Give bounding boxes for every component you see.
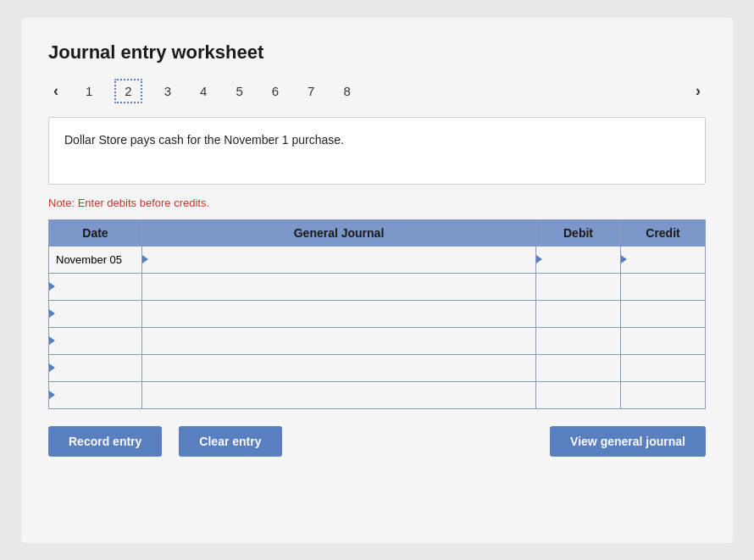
date-value-1: November 05 bbox=[49, 250, 129, 269]
clear-entry-button[interactable]: Clear entry bbox=[179, 426, 281, 457]
credit-input-6[interactable] bbox=[621, 382, 705, 408]
gj-cell-4 bbox=[142, 327, 536, 354]
debit-cell-5 bbox=[536, 354, 621, 381]
tab-4[interactable]: 4 bbox=[193, 80, 213, 102]
credit-input-4[interactable] bbox=[621, 328, 705, 354]
table-row bbox=[49, 354, 706, 381]
table-row bbox=[49, 327, 706, 354]
page-title: Journal entry worksheet bbox=[48, 42, 706, 64]
gj-cell-2 bbox=[142, 273, 536, 300]
gj-cell-6 bbox=[142, 381, 536, 408]
debit-cell-4 bbox=[536, 327, 621, 354]
debit-cell-3 bbox=[536, 300, 621, 327]
header-general-journal: General Journal bbox=[142, 219, 536, 246]
tab-3[interactable]: 3 bbox=[158, 80, 178, 102]
tab-7[interactable]: 7 bbox=[301, 80, 321, 102]
header-credit: Credit bbox=[621, 219, 706, 246]
description-text: Dollar Store pays cash for the November … bbox=[64, 133, 344, 147]
gj-cell-5 bbox=[142, 354, 536, 381]
debit-input-3[interactable] bbox=[536, 301, 620, 327]
tab-1[interactable]: 1 bbox=[79, 80, 99, 102]
journal-table: Date General Journal Debit Credit Novemb… bbox=[48, 219, 706, 409]
tab-2[interactable]: 2 bbox=[114, 79, 141, 103]
gj-cell-1 bbox=[142, 246, 536, 273]
next-tab-button[interactable]: › bbox=[690, 80, 706, 102]
debit-cell-2 bbox=[536, 273, 621, 300]
date-input-5[interactable] bbox=[57, 355, 141, 381]
triangle-icon-gj-1 bbox=[142, 255, 148, 263]
date-cell-5 bbox=[49, 354, 142, 381]
tab-8[interactable]: 8 bbox=[336, 80, 357, 102]
table-row bbox=[49, 381, 706, 408]
credit-input-5[interactable] bbox=[621, 355, 705, 381]
prev-tab-button[interactable]: ‹ bbox=[48, 80, 64, 102]
debit-input-5[interactable] bbox=[536, 355, 620, 381]
date-cell-6 bbox=[49, 381, 142, 408]
gj-input-3[interactable] bbox=[142, 301, 535, 327]
table-row: November 05 bbox=[49, 246, 706, 273]
table-header-row: Date General Journal Debit Credit bbox=[49, 219, 706, 246]
tab-5[interactable]: 5 bbox=[229, 80, 249, 102]
header-debit: Debit bbox=[536, 219, 621, 246]
credit-cell-6 bbox=[621, 381, 706, 408]
date-cell-2 bbox=[49, 273, 142, 300]
gj-cell-3 bbox=[142, 300, 536, 327]
date-input-2[interactable] bbox=[57, 274, 141, 300]
date-cell-4 bbox=[49, 327, 142, 354]
view-general-journal-button[interactable]: View general journal bbox=[550, 426, 706, 457]
debit-input-6[interactable] bbox=[536, 382, 620, 408]
record-entry-button[interactable]: Record entry bbox=[48, 426, 162, 457]
triangle-icon-date-4 bbox=[49, 336, 55, 345]
gj-input-5[interactable] bbox=[142, 355, 535, 381]
gj-input-6[interactable] bbox=[142, 382, 535, 408]
date-input-6[interactable] bbox=[57, 382, 141, 408]
triangle-icon-credit-1 bbox=[621, 255, 627, 263]
credit-cell-4 bbox=[621, 327, 706, 354]
debit-input-2[interactable] bbox=[536, 274, 620, 300]
worksheet-card: Journal entry worksheet ‹ 1 2 3 4 5 6 7 … bbox=[21, 18, 733, 543]
gj-input-2[interactable] bbox=[142, 274, 535, 300]
tab-6[interactable]: 6 bbox=[265, 80, 286, 102]
debit-input-4[interactable] bbox=[536, 328, 620, 354]
credit-cell-1 bbox=[621, 246, 706, 273]
credit-input-2[interactable] bbox=[621, 274, 705, 300]
date-input-3[interactable] bbox=[57, 301, 141, 327]
header-date: Date bbox=[49, 219, 142, 246]
table-row bbox=[49, 300, 706, 327]
debit-cell-6 bbox=[536, 381, 621, 408]
triangle-icon-date-6 bbox=[49, 391, 55, 399]
note-text: Note: Enter debits before credits. bbox=[48, 197, 706, 209]
date-cell-3 bbox=[49, 300, 142, 327]
credit-input-3[interactable] bbox=[621, 301, 705, 327]
credit-input-1[interactable] bbox=[629, 247, 705, 273]
button-row: Record entry Clear entry View general jo… bbox=[48, 426, 706, 457]
credit-cell-2 bbox=[621, 273, 706, 300]
date-input-4[interactable] bbox=[57, 328, 141, 354]
table-row bbox=[49, 273, 706, 300]
credit-cell-3 bbox=[621, 300, 706, 327]
gj-input-1[interactable] bbox=[150, 247, 535, 273]
triangle-icon-date-2 bbox=[49, 282, 55, 291]
triangle-icon-debit-1 bbox=[536, 255, 542, 263]
tab-navigation: ‹ 1 2 3 4 5 6 7 8 › bbox=[48, 79, 706, 103]
credit-cell-5 bbox=[621, 354, 706, 381]
triangle-icon-date-3 bbox=[49, 309, 55, 318]
description-box: Dollar Store pays cash for the November … bbox=[48, 117, 706, 185]
debit-cell-1 bbox=[536, 246, 621, 273]
triangle-icon-date-5 bbox=[49, 363, 55, 372]
date-cell-1: November 05 bbox=[49, 246, 142, 273]
debit-input-1[interactable] bbox=[544, 247, 620, 273]
gj-input-4[interactable] bbox=[142, 328, 535, 354]
